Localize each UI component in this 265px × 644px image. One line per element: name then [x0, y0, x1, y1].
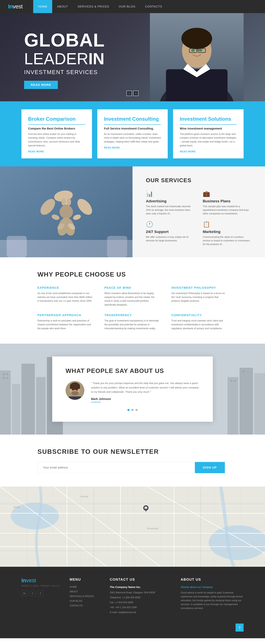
footer-about-text: Good advice is worth its weight in gold.…: [181, 591, 243, 610]
why-experience-text: As one of the most established companies…: [38, 292, 94, 303]
business-icon: 💼: [203, 190, 252, 197]
svg-rect-42: [230, 380, 232, 382]
why-confidentiality-text: Trust and integrity must maintain strict…: [171, 319, 227, 330]
nav-item-contacts[interactable]: CONTACTS: [140, 0, 167, 13]
why-item-confidentiality: CONFIDENTIALITY Trust and integrity must…: [171, 314, 227, 330]
why-transparency-text: The goal of investment transparency is t…: [104, 319, 161, 330]
testimonial-dot-3[interactable]: [135, 409, 138, 411]
why-philosophy-text: Our investment Philosophy is based on a …: [171, 292, 227, 303]
hero-prev-arrow[interactable]: ‹: [126, 91, 132, 96]
navbar: Invest HOME ABOUT SERVICES & PRICES OUR …: [0, 0, 265, 13]
footer-about-subtitle: Shortly about our company: [181, 586, 243, 589]
why-confidentiality-title: CONFIDENTIALITY: [171, 314, 227, 317]
cards-section: Broker Comparison Compare the Best Onlin…: [0, 101, 265, 166]
testimonial-name: Mark Johnson: [91, 397, 199, 401]
testimonial-text: " Thank you for your prompt response and…: [91, 381, 199, 404]
newsletter-form: SIGN UP: [38, 462, 225, 473]
linkedin-icon[interactable]: in: [22, 590, 27, 596]
card-consulting: Investment Consulting Full Service Inves…: [97, 109, 168, 158]
testimonial-card: WHAT PEOPLE SAY ABOUT US: [52, 356, 213, 422]
hero-section: GLOBAL LEADER IN INVESTMENT SERVICES REA…: [0, 13, 265, 101]
nav-links: HOME ABOUT SERVICES & PRICES OUR BLOG CO…: [33, 0, 167, 13]
why-peace-title: PEACE OF MIND: [104, 286, 161, 290]
hero-title-leader: LEADER: [24, 50, 88, 68]
newsletter-email-input[interactable]: [38, 462, 195, 473]
card-solutions-title: Investment Solutions: [180, 116, 237, 125]
card-solutions-link[interactable]: READ MORE: [180, 150, 196, 153]
hero-title-line3: INVESTMENT SERVICES: [24, 69, 105, 76]
testimonial-dot-1[interactable]: [127, 409, 130, 411]
service-business-name: Business Plans: [203, 199, 252, 203]
svg-point-21: [61, 198, 66, 206]
hero-title-in: IN: [88, 50, 104, 68]
svg-rect-48: [70, 386, 80, 389]
footer-address: 2901 Marmora Road, Glasgow, D04 89GR: [110, 591, 173, 594]
card-broker-link[interactable]: READ MORE: [28, 150, 44, 153]
newsletter-signup-button[interactable]: SIGN UP: [195, 462, 225, 473]
hero-cta-button[interactable]: READ MORE: [24, 81, 58, 89]
footer-link-blog[interactable]: OUR BLOG: [70, 600, 102, 602]
footer-mobile: +44: +44 1 234 625 1006: [110, 606, 173, 609]
svg-point-51: [76, 389, 78, 390]
footer-telephone: Telephone: +1 800 559 6580: [110, 596, 173, 599]
testimonial-dot-2[interactable]: [131, 409, 134, 411]
footer-contact-title: CONTACT US: [110, 578, 173, 582]
back-to-top-button[interactable]: ⇧: [235, 624, 243, 632]
svg-point-20: [67, 198, 71, 206]
svg-point-50: [72, 389, 74, 390]
why-section: WHY PEOPLE CHOOSE US EXPERIENCE As one o…: [0, 257, 265, 344]
footer-link-contacts[interactable]: CONTACTS: [70, 604, 102, 607]
person-svg: [150, 13, 243, 101]
why-item-partnership: PARTNERSHIP APPROACH Partnership is buil…: [38, 314, 94, 330]
facebook-icon[interactable]: f: [38, 590, 43, 596]
svg-point-6: [181, 28, 212, 49]
footer-link-about[interactable]: ABOUT: [70, 590, 102, 593]
service-advertising-name: Advertising: [146, 199, 195, 203]
logo-suffix: vest: [13, 3, 23, 10]
services-content: OUR SERVICES 📊 Advertising The stock mar…: [133, 166, 265, 257]
nav-item-about[interactable]: ABOUT: [52, 0, 73, 13]
footer-tagline: INVEST © 2016 - PRIVACY POLICY: [22, 585, 62, 587]
footer-social: in t f: [22, 590, 62, 596]
svg-rect-32: [22, 364, 35, 434]
footer-menu-title: MENU: [70, 578, 102, 582]
testimonial-role: customer: [91, 401, 199, 404]
svg-rect-43: [233, 380, 235, 382]
why-grid: EXPERIENCE As one of the most establishe…: [38, 286, 227, 330]
card-consulting-link[interactable]: READ MORE: [104, 146, 120, 149]
footer-fax: Fax: +1 919 803 6580: [110, 601, 173, 604]
nav-item-home[interactable]: HOME: [33, 0, 52, 13]
why-philosophy-title: INVESTMENT PHILOSOPHY: [171, 286, 227, 290]
card-solutions: Investment Solutions Wise investment man…: [173, 109, 243, 158]
svg-rect-28: [107, 236, 127, 257]
service-business-text: This sample plan was created for a hypot…: [203, 205, 252, 216]
svg-rect-41: [254, 373, 265, 434]
services-section: OUR SERVICES 📊 Advertising The stock mar…: [0, 166, 265, 257]
card-broker-text: Find the best online broker for your tra…: [28, 132, 85, 148]
nav-item-blog[interactable]: OUR BLOG: [114, 0, 140, 13]
why-experience-title: EXPERIENCE: [38, 286, 94, 290]
twitter-icon[interactable]: t: [30, 590, 35, 596]
hero-content: GLOBAL LEADER IN INVESTMENT SERVICES REA…: [0, 26, 105, 89]
footer-logo: Invest: [22, 578, 62, 584]
svg-text:Boulevard: Boulevard: [147, 527, 158, 530]
advertising-icon: 📊: [146, 190, 195, 197]
footer-link-services[interactable]: SERVICES & PRICES: [70, 595, 102, 598]
why-transparency-title: TRANSPARENCY: [104, 314, 161, 317]
hero-title-line1: GLOBAL: [24, 31, 105, 50]
logo-prefix: In: [8, 3, 13, 10]
service-marketing: 📋 Marketing Communicating the value of a…: [203, 221, 252, 246]
site-logo[interactable]: Invest: [8, 3, 23, 10]
nav-item-services[interactable]: SERVICES & PRICES: [73, 0, 114, 13]
hero-next-arrow[interactable]: ›: [133, 91, 139, 96]
svg-point-52: [74, 391, 76, 392]
footer-link-home[interactable]: HOME: [70, 586, 102, 588]
testimonial-section: WHAT PEOPLE SAY ABOUT US: [0, 344, 265, 434]
testimonial-quote: " Thank you for your prompt response and…: [91, 381, 199, 394]
services-grid: 📊 Advertising The stock market has histo…: [146, 190, 252, 246]
service-advertising-text: The stock market has historically return…: [146, 205, 195, 216]
why-partnership-title: PARTNERSHIP APPROACH: [38, 314, 94, 317]
why-item-experience: EXPERIENCE As one of the most establishe…: [38, 286, 94, 307]
service-marketing-text: Communicating the value of a product, se…: [203, 235, 252, 246]
newsletter-heading: SUBSCRIBE TO OUR NEWSLETTER: [38, 448, 227, 455]
